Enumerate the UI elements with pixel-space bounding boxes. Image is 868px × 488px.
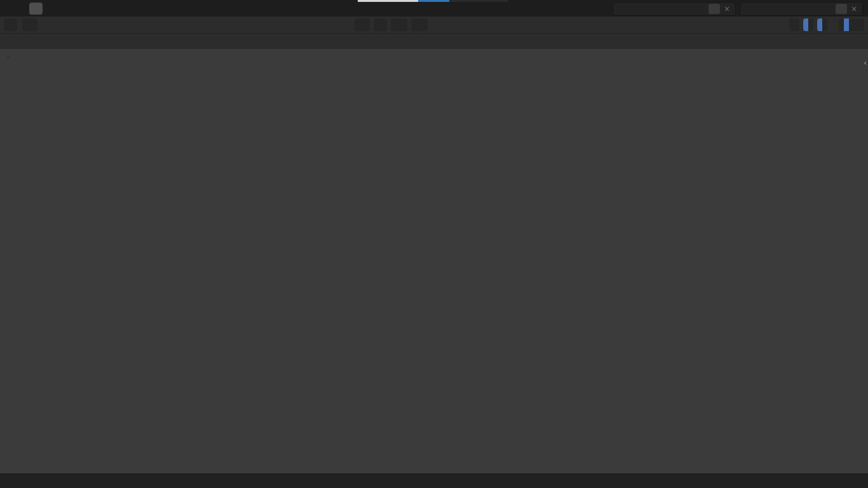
screen-capture-strip: [358, 0, 508, 2]
chevron-down-icon[interactable]: [822, 18, 827, 31]
viewport-top-shade: [0, 33, 868, 49]
chevron-down-icon: [398, 22, 405, 28]
show-object-types-icon[interactable]: [789, 18, 794, 31]
toolbar: [7, 56, 10, 58]
new-view-layer-icon[interactable]: [836, 4, 847, 14]
chevron-down-icon[interactable]: [794, 18, 799, 31]
solid-shading-button[interactable]: [844, 18, 849, 31]
mode-dropdown[interactable]: [22, 18, 37, 31]
transform-orientation-dropdown[interactable]: [355, 18, 370, 31]
sidebar-collapse-icon[interactable]: ‹: [864, 58, 867, 67]
statusbar: [0, 473, 868, 488]
viewport-header: [0, 17, 868, 34]
scene-selector[interactable]: ×: [613, 2, 736, 16]
view-layer-selector[interactable]: ×: [740, 2, 863, 16]
visibility-group: [789, 18, 799, 31]
falloff-dropdown[interactable]: [416, 18, 428, 31]
scene-canvas: [0, 33, 868, 473]
chevron-down-icon: [361, 22, 367, 28]
gizmos-group: [803, 18, 813, 31]
new-scene-icon[interactable]: [709, 4, 720, 14]
show-gizmo-toggle[interactable]: [803, 18, 808, 31]
chevron-down-icon[interactable]: [808, 18, 813, 31]
proportional-edit-toggle[interactable]: [411, 18, 416, 31]
chevron-down-icon: [378, 22, 384, 28]
chevron-down-icon: [744, 6, 750, 12]
remove-view-layer-icon[interactable]: ×: [848, 4, 860, 14]
chevron-down-icon: [8, 22, 15, 28]
editor-type-button[interactable]: [4, 18, 17, 31]
snap-group: [391, 18, 407, 31]
overlays-group: [817, 18, 827, 31]
shading-group: [839, 18, 864, 31]
chevron-down-icon: [855, 36, 862, 43]
rendered-shading-button[interactable]: [854, 18, 859, 31]
snap-with-dropdown[interactable]: [396, 18, 407, 31]
back-to-previous-button[interactable]: [29, 3, 43, 15]
show-overlays-toggle[interactable]: [817, 18, 822, 31]
proportional-edit-group: [411, 18, 428, 31]
navigation-axis-gizmo[interactable]: [812, 52, 860, 100]
chevron-down-icon: [29, 22, 35, 28]
3d-viewport[interactable]: ‹: [0, 33, 868, 473]
material-preview-shading-button[interactable]: [849, 18, 854, 31]
snap-toggle[interactable]: [391, 18, 396, 31]
chevron-down-icon: [419, 22, 425, 28]
topbar: × ×: [0, 0, 868, 17]
wireframe-shading-button[interactable]: [839, 18, 844, 31]
chevron-down-icon: [617, 6, 623, 12]
chevron-down-icon[interactable]: [859, 18, 864, 31]
unlink-scene-icon[interactable]: ×: [721, 4, 733, 14]
pivot-point-dropdown[interactable]: [374, 18, 387, 31]
options-button[interactable]: [853, 36, 862, 43]
